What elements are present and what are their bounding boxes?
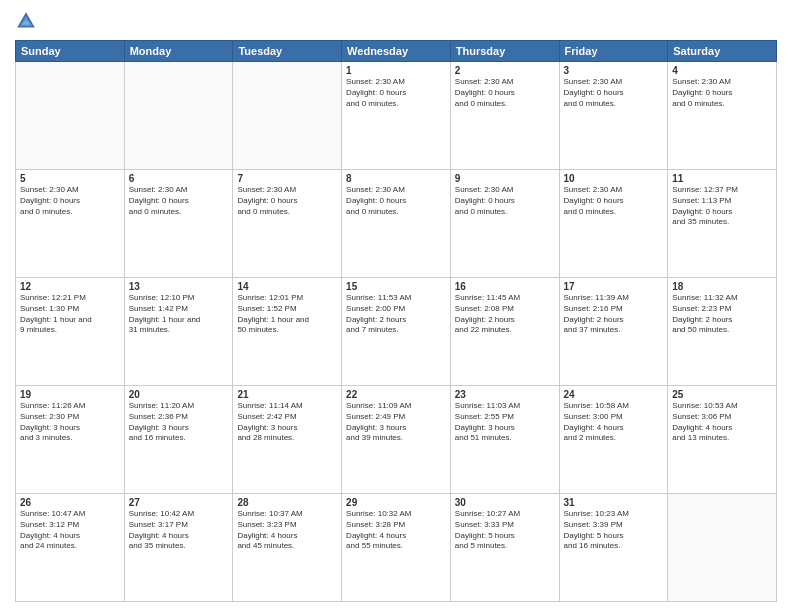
- day-number: 7: [237, 173, 337, 184]
- calendar-table: SundayMondayTuesdayWednesdayThursdayFrid…: [15, 40, 777, 602]
- day-number: 14: [237, 281, 337, 292]
- calendar-header: SundayMondayTuesdayWednesdayThursdayFrid…: [16, 41, 777, 62]
- cell-content: Sunrise: 11:26 AM Sunset: 2:30 PM Daylig…: [20, 401, 120, 444]
- calendar-cell: 21Sunrise: 11:14 AM Sunset: 2:42 PM Dayl…: [233, 386, 342, 494]
- calendar-cell: 6Sunset: 2:30 AM Daylight: 0 hours and 0…: [124, 170, 233, 278]
- cell-content: Sunset: 2:30 AM Daylight: 0 hours and 0 …: [237, 185, 337, 217]
- day-number: 20: [129, 389, 229, 400]
- calendar-cell: [16, 62, 125, 170]
- cell-content: Sunset: 2:30 AM Daylight: 0 hours and 0 …: [129, 185, 229, 217]
- calendar-cell: 13Sunrise: 12:10 PM Sunset: 1:42 PM Dayl…: [124, 278, 233, 386]
- day-number: 24: [564, 389, 664, 400]
- day-number: 6: [129, 173, 229, 184]
- cell-content: Sunrise: 10:37 AM Sunset: 3:23 PM Daylig…: [237, 509, 337, 552]
- cell-content: Sunrise: 12:21 PM Sunset: 1:30 PM Daylig…: [20, 293, 120, 336]
- calendar-cell: 9Sunset: 2:30 AM Daylight: 0 hours and 0…: [450, 170, 559, 278]
- day-number: 28: [237, 497, 337, 508]
- calendar-cell: 3Sunset: 2:30 AM Daylight: 0 hours and 0…: [559, 62, 668, 170]
- day-number: 25: [672, 389, 772, 400]
- day-number: 31: [564, 497, 664, 508]
- week-row-1: 5Sunset: 2:30 AM Daylight: 0 hours and 0…: [16, 170, 777, 278]
- calendar-cell: 29Sunrise: 10:32 AM Sunset: 3:28 PM Dayl…: [342, 494, 451, 602]
- day-number: 2: [455, 65, 555, 76]
- calendar-cell: 26Sunrise: 10:47 AM Sunset: 3:12 PM Dayl…: [16, 494, 125, 602]
- calendar-cell: 22Sunrise: 11:09 AM Sunset: 2:49 PM Dayl…: [342, 386, 451, 494]
- week-row-3: 19Sunrise: 11:26 AM Sunset: 2:30 PM Dayl…: [16, 386, 777, 494]
- cell-content: Sunrise: 10:53 AM Sunset: 3:06 PM Daylig…: [672, 401, 772, 444]
- cell-content: Sunrise: 11:45 AM Sunset: 2:08 PM Daylig…: [455, 293, 555, 336]
- calendar-cell: 14Sunrise: 12:01 PM Sunset: 1:52 PM Dayl…: [233, 278, 342, 386]
- day-number: 23: [455, 389, 555, 400]
- calendar-cell: 12Sunrise: 12:21 PM Sunset: 1:30 PM Dayl…: [16, 278, 125, 386]
- calendar-cell: 19Sunrise: 11:26 AM Sunset: 2:30 PM Dayl…: [16, 386, 125, 494]
- cell-content: Sunset: 2:30 AM Daylight: 0 hours and 0 …: [346, 77, 446, 109]
- calendar-cell: 2Sunset: 2:30 AM Daylight: 0 hours and 0…: [450, 62, 559, 170]
- logo: [15, 10, 41, 32]
- calendar-cell: 11Sunrise: 12:37 PM Sunset: 1:13 PM Dayl…: [668, 170, 777, 278]
- cell-content: Sunrise: 11:03 AM Sunset: 2:55 PM Daylig…: [455, 401, 555, 444]
- cell-content: Sunrise: 12:37 PM Sunset: 1:13 PM Daylig…: [672, 185, 772, 228]
- day-number: 13: [129, 281, 229, 292]
- cell-content: Sunrise: 10:27 AM Sunset: 3:33 PM Daylig…: [455, 509, 555, 552]
- day-number: 12: [20, 281, 120, 292]
- cell-content: Sunrise: 10:47 AM Sunset: 3:12 PM Daylig…: [20, 509, 120, 552]
- page: SundayMondayTuesdayWednesdayThursdayFrid…: [0, 0, 792, 612]
- calendar-cell: 7Sunset: 2:30 AM Daylight: 0 hours and 0…: [233, 170, 342, 278]
- cell-content: Sunrise: 10:42 AM Sunset: 3:17 PM Daylig…: [129, 509, 229, 552]
- day-number: 5: [20, 173, 120, 184]
- calendar-cell: 10Sunset: 2:30 AM Daylight: 0 hours and …: [559, 170, 668, 278]
- cell-content: Sunset: 2:30 AM Daylight: 0 hours and 0 …: [20, 185, 120, 217]
- calendar-cell: [124, 62, 233, 170]
- day-number: 19: [20, 389, 120, 400]
- day-number: 26: [20, 497, 120, 508]
- cell-content: Sunrise: 11:32 AM Sunset: 2:23 PM Daylig…: [672, 293, 772, 336]
- calendar-cell: 20Sunrise: 11:20 AM Sunset: 2:36 PM Dayl…: [124, 386, 233, 494]
- calendar-cell: 5Sunset: 2:30 AM Daylight: 0 hours and 0…: [16, 170, 125, 278]
- day-number: 11: [672, 173, 772, 184]
- calendar-cell: [668, 494, 777, 602]
- day-number: 22: [346, 389, 446, 400]
- day-number: 29: [346, 497, 446, 508]
- calendar-cell: 8Sunset: 2:30 AM Daylight: 0 hours and 0…: [342, 170, 451, 278]
- calendar-cell: 1Sunset: 2:30 AM Daylight: 0 hours and 0…: [342, 62, 451, 170]
- day-number: 18: [672, 281, 772, 292]
- calendar-cell: 18Sunrise: 11:32 AM Sunset: 2:23 PM Dayl…: [668, 278, 777, 386]
- cell-content: Sunrise: 11:53 AM Sunset: 2:00 PM Daylig…: [346, 293, 446, 336]
- calendar-cell: 24Sunrise: 10:58 AM Sunset: 3:00 PM Dayl…: [559, 386, 668, 494]
- day-number: 16: [455, 281, 555, 292]
- calendar-cell: 17Sunrise: 11:39 AM Sunset: 2:16 PM Dayl…: [559, 278, 668, 386]
- calendar-body: 1Sunset: 2:30 AM Daylight: 0 hours and 0…: [16, 62, 777, 602]
- cell-content: Sunrise: 12:01 PM Sunset: 1:52 PM Daylig…: [237, 293, 337, 336]
- cell-content: Sunrise: 11:39 AM Sunset: 2:16 PM Daylig…: [564, 293, 664, 336]
- day-number: 8: [346, 173, 446, 184]
- cell-content: Sunset: 2:30 AM Daylight: 0 hours and 0 …: [455, 185, 555, 217]
- logo-icon: [15, 10, 37, 32]
- day-number: 4: [672, 65, 772, 76]
- day-header-thursday: Thursday: [450, 41, 559, 62]
- day-header-tuesday: Tuesday: [233, 41, 342, 62]
- cell-content: Sunrise: 11:14 AM Sunset: 2:42 PM Daylig…: [237, 401, 337, 444]
- calendar-cell: 23Sunrise: 11:03 AM Sunset: 2:55 PM Dayl…: [450, 386, 559, 494]
- day-number: 3: [564, 65, 664, 76]
- day-header-friday: Friday: [559, 41, 668, 62]
- calendar-cell: 27Sunrise: 10:42 AM Sunset: 3:17 PM Dayl…: [124, 494, 233, 602]
- week-row-4: 26Sunrise: 10:47 AM Sunset: 3:12 PM Dayl…: [16, 494, 777, 602]
- cell-content: Sunrise: 11:20 AM Sunset: 2:36 PM Daylig…: [129, 401, 229, 444]
- cell-content: Sunset: 2:30 AM Daylight: 0 hours and 0 …: [564, 185, 664, 217]
- week-row-0: 1Sunset: 2:30 AM Daylight: 0 hours and 0…: [16, 62, 777, 170]
- cell-content: Sunrise: 12:10 PM Sunset: 1:42 PM Daylig…: [129, 293, 229, 336]
- day-number: 27: [129, 497, 229, 508]
- day-number: 21: [237, 389, 337, 400]
- calendar-cell: 28Sunrise: 10:37 AM Sunset: 3:23 PM Dayl…: [233, 494, 342, 602]
- calendar-cell: [233, 62, 342, 170]
- day-header-wednesday: Wednesday: [342, 41, 451, 62]
- cell-content: Sunset: 2:30 AM Daylight: 0 hours and 0 …: [564, 77, 664, 109]
- header-row: SundayMondayTuesdayWednesdayThursdayFrid…: [16, 41, 777, 62]
- day-number: 1: [346, 65, 446, 76]
- day-header-monday: Monday: [124, 41, 233, 62]
- cell-content: Sunrise: 10:32 AM Sunset: 3:28 PM Daylig…: [346, 509, 446, 552]
- day-number: 9: [455, 173, 555, 184]
- cell-content: Sunset: 2:30 AM Daylight: 0 hours and 0 …: [672, 77, 772, 109]
- calendar-cell: 30Sunrise: 10:27 AM Sunset: 3:33 PM Dayl…: [450, 494, 559, 602]
- cell-content: Sunset: 2:30 AM Daylight: 0 hours and 0 …: [346, 185, 446, 217]
